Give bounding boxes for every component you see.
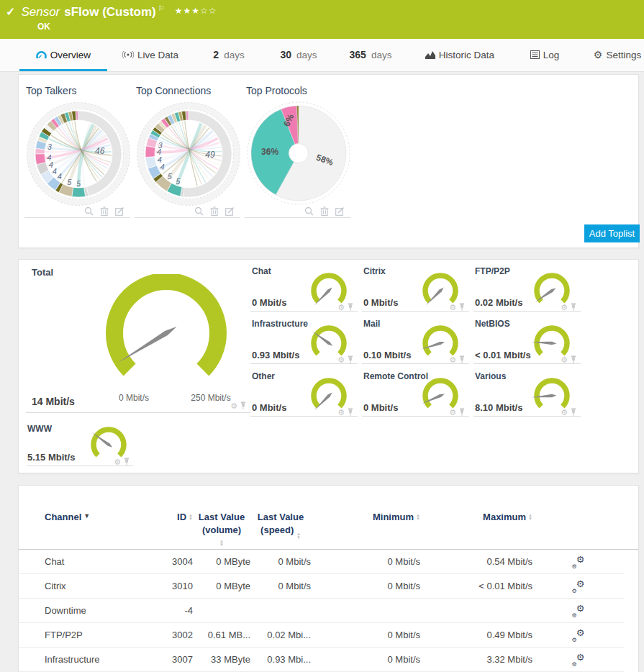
gear-icon[interactable]: ⚙ <box>449 356 456 363</box>
pin-icon[interactable] <box>459 408 465 416</box>
gear-icon[interactable]: ⚙ <box>561 356 568 363</box>
pin-icon[interactable] <box>124 458 130 466</box>
tab-historic-data[interactable]: Historic Data <box>422 39 498 71</box>
pin-icon[interactable] <box>348 303 353 311</box>
priority-flag-icon[interactable]: ⚐ <box>158 4 165 12</box>
gauge-cell-netbios: NetBIOS < 0.01 Mbit/s ⚙ <box>473 317 581 364</box>
svg-text:49: 49 <box>205 150 215 160</box>
zoom-icon[interactable] <box>84 206 94 216</box>
channel-settings-icon[interactable]: ⚙⚙ <box>572 654 585 666</box>
gear-icon[interactable]: ⚙ <box>561 304 568 311</box>
gauge-cell-www: WWW 5.15 Mbit/s ⚙ <box>26 422 134 466</box>
tab-label: Historic Data <box>439 50 494 60</box>
col-header-last-value-volume[interactable]: Last Value (volume) ▲▼ <box>193 512 250 545</box>
gauge-cell-mail: Mail 0.10 Mbit/s ⚙ <box>362 317 469 364</box>
pin-icon[interactable] <box>348 408 353 416</box>
delete-icon[interactable] <box>100 206 109 216</box>
channel-settings-icon[interactable]: ⚙⚙ <box>572 605 585 617</box>
gear-icon[interactable]: ⚙ <box>114 458 121 466</box>
col-header-maximum[interactable]: Maximum▲▼ <box>420 512 532 545</box>
tab-2-days[interactable]: 2 days <box>207 39 250 71</box>
gauge-cell-various: Various 8.10 Mbit/s ⚙ <box>473 369 581 417</box>
gear-icon[interactable]: ⚙ <box>230 402 237 409</box>
svg-text:4: 4 <box>158 155 162 164</box>
svg-text:46: 46 <box>95 146 105 156</box>
gear-icon[interactable]: ⚙ <box>561 409 568 416</box>
col-header-id[interactable]: ID▲▼ <box>145 512 193 545</box>
svg-text:5: 5 <box>176 177 181 186</box>
top-connections-chord-chart[interactable]: 49554443 <box>135 99 242 209</box>
gear-icon[interactable]: ⚙ <box>449 409 456 416</box>
tab-365-days[interactable]: 365 days <box>347 39 394 71</box>
table-row[interactable]: Citrix 3010 0 MByte 0 Mbit/s 0 Mbit/s < … <box>19 574 624 599</box>
table-row[interactable]: Infrastructure 3007 33 MByte 0.93 Mbi...… <box>19 648 624 672</box>
toplist-top-talkers[interactable]: Top Talkers 465544443 <box>24 82 130 218</box>
toplist-title: Top Talkers <box>24 82 130 96</box>
toplist-top-connections[interactable]: Top Connections 49554443 <box>135 82 240 218</box>
sensor-title: sFlow (Custom) <box>64 5 156 19</box>
toplist-title: Top Protocols <box>245 82 350 96</box>
total-gauge <box>94 274 238 382</box>
delete-icon[interactable] <box>210 206 219 216</box>
pin-icon[interactable] <box>459 355 465 363</box>
tab-log[interactable]: Log <box>525 39 564 71</box>
sort-icon: ▲▼ <box>219 540 224 547</box>
gear-icon[interactable]: ⚙ <box>337 304 345 311</box>
tab-30-days[interactable]: 30 days <box>276 39 321 71</box>
table-row[interactable]: FTP/P2P 3002 0.61 MB... 0.02 Mbi... 0 Mb… <box>19 623 624 648</box>
svg-text:3: 3 <box>158 141 163 150</box>
gauge-label: Total <box>32 267 53 278</box>
tab-settings[interactable]: ⚙ Settings <box>591 39 643 71</box>
channel-settings-icon[interactable]: ⚙⚙ <box>572 630 585 641</box>
svg-text:3: 3 <box>47 142 52 151</box>
toplist-top-protocols[interactable]: Top Protocols 58%36%6% <box>245 82 350 218</box>
edit-icon[interactable] <box>335 206 345 216</box>
gear-icon[interactable]: ⚙ <box>337 356 345 363</box>
gauge-cell-remote-control: Remote Control 0 Mbit/s ⚙ <box>362 369 469 417</box>
gauge-cell-ftp-p2p: FTP/P2P 0.02 Mbit/s ⚙ <box>473 264 581 312</box>
sort-icon: ▲▼ <box>416 514 420 521</box>
top-protocols-pie-chart[interactable]: 58%36%6% <box>245 99 353 209</box>
zoom-icon[interactable] <box>194 206 204 216</box>
gear-icon[interactable]: ⚙ <box>337 409 345 416</box>
svg-text:5: 5 <box>76 179 81 188</box>
pin-icon[interactable] <box>571 408 576 416</box>
col-header-last-value-speed[interactable]: Last Value (speed) ▲▼ <box>250 512 311 545</box>
svg-text:5: 5 <box>168 172 172 181</box>
tab-label: Settings <box>606 50 641 60</box>
col-header-minimum[interactable]: Minimum▲▼ <box>311 512 420 545</box>
pin-icon[interactable] <box>571 355 576 363</box>
status-badge: OK <box>37 22 50 32</box>
table-row[interactable]: Chat 3004 0 MByte 0 Mbit/s 0 Mbit/s 0.54… <box>19 550 624 574</box>
tab-overview[interactable]: Overview <box>19 39 107 71</box>
pin-icon[interactable] <box>348 355 353 363</box>
zoom-icon[interactable] <box>304 206 314 216</box>
svg-text:5: 5 <box>67 178 71 186</box>
sensor-kind-label: Sensor <box>21 5 60 19</box>
tab-label: Live Data <box>137 50 178 60</box>
add-toplist-button[interactable]: Add Toplist <box>584 224 640 242</box>
gauge-value: 14 Mbit/s <box>32 396 75 407</box>
edit-icon[interactable] <box>115 206 124 216</box>
historic-chart-icon <box>425 50 435 59</box>
channel-settings-icon[interactable]: ⚙⚙ <box>572 581 585 592</box>
priority-stars[interactable]: ★★★☆☆ <box>175 6 217 16</box>
pin-icon[interactable] <box>240 401 246 409</box>
pin-icon[interactable] <box>571 303 576 311</box>
gauge-cell-citrix: Citrix 0 Mbit/s ⚙ <box>362 264 469 312</box>
col-header-channel[interactable]: Channel▼ <box>45 512 145 545</box>
delete-icon[interactable] <box>320 206 329 216</box>
sort-icon: ▲▼ <box>189 514 193 521</box>
tab-live-data[interactable]: Live Data <box>115 39 186 71</box>
edit-icon[interactable] <box>225 206 235 216</box>
channel-settings-icon[interactable]: ⚙⚙ <box>572 556 585 568</box>
table-row[interactable]: Downtime -4 ⚙⚙ <box>19 599 624 623</box>
sensor-header: ✓ Sensor sFlow (Custom) ⚐ ★★★☆☆ OK <box>0 0 644 39</box>
gear-icon[interactable]: ⚙ <box>449 304 456 311</box>
sort-icon: ▲▼ <box>528 514 532 521</box>
toplists-panel: Top Talkers 465544443 <box>18 74 639 248</box>
top-talkers-chord-chart[interactable]: 465544443 <box>24 99 132 209</box>
svg-text:4: 4 <box>47 153 51 162</box>
pin-icon[interactable] <box>459 303 465 311</box>
gauge-icon <box>36 50 47 60</box>
